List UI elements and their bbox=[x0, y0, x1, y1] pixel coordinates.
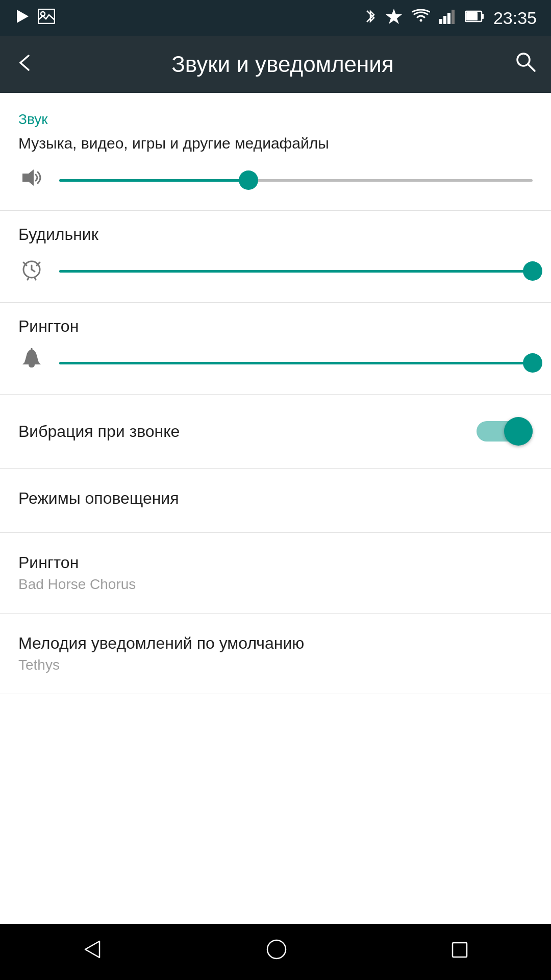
content: Звук Музыка, видео, игры и другие медиаф… bbox=[0, 93, 551, 694]
battery-icon bbox=[465, 9, 484, 27]
notification-melody-title: Мелодия уведомлений по умолчанию bbox=[18, 634, 533, 653]
notification-modes-title: Режимы оповещения bbox=[18, 489, 533, 508]
media-slider-row bbox=[18, 166, 533, 194]
vibration-row[interactable]: Вибрация при звонке bbox=[0, 395, 551, 469]
alarm-volume-section: Будильник bbox=[0, 211, 551, 303]
slider-track-fill bbox=[59, 179, 248, 182]
svg-rect-9 bbox=[482, 14, 484, 19]
toolbar-title: Звуки и уведомления bbox=[51, 52, 514, 77]
ringtone-slider[interactable] bbox=[59, 352, 533, 374]
play-icon bbox=[14, 9, 30, 28]
alarm-slider-fill bbox=[59, 270, 533, 273]
svg-point-23 bbox=[267, 940, 286, 959]
media-slider[interactable] bbox=[59, 169, 533, 191]
notification-melody-row[interactable]: Мелодия уведомлений по умолчанию Tethys bbox=[0, 614, 551, 694]
notification-modes-row[interactable]: Режимы оповещения bbox=[0, 469, 551, 533]
back-nav-button[interactable] bbox=[81, 938, 104, 966]
alarm-icon bbox=[18, 256, 45, 286]
toggle-thumb bbox=[504, 417, 533, 446]
navigation-bar bbox=[0, 924, 551, 980]
ringtone-slider-thumb[interactable] bbox=[523, 353, 542, 373]
back-button[interactable] bbox=[14, 53, 35, 77]
star-icon bbox=[385, 8, 403, 29]
image-icon bbox=[38, 9, 55, 28]
bell-icon bbox=[18, 348, 45, 378]
ringtone-setting-row[interactable]: Рингтон Bad Horse Chorus bbox=[0, 533, 551, 614]
svg-marker-13 bbox=[22, 169, 34, 186]
wifi-icon bbox=[412, 9, 430, 27]
status-bar: 23:35 bbox=[0, 0, 551, 36]
home-nav-button[interactable] bbox=[265, 938, 288, 966]
svg-rect-10 bbox=[466, 12, 478, 20]
svg-marker-0 bbox=[17, 10, 29, 23]
toolbar: Звуки и уведомления bbox=[0, 36, 551, 93]
svg-line-19 bbox=[28, 278, 29, 280]
status-time: 23:35 bbox=[493, 8, 537, 28]
alarm-slider[interactable] bbox=[59, 260, 533, 282]
svg-line-20 bbox=[35, 278, 36, 280]
media-volume-section: Музыка, видео, игры и другие медиафайлы bbox=[0, 133, 551, 211]
svg-rect-1 bbox=[38, 9, 55, 23]
ringtone-volume-section: Рингтон bbox=[0, 303, 551, 395]
notification-melody-value: Tethys bbox=[18, 657, 533, 673]
svg-line-16 bbox=[32, 270, 35, 272]
recents-nav-button[interactable] bbox=[449, 938, 470, 966]
status-bar-right: 23:35 bbox=[365, 8, 537, 29]
ringtone-setting-value: Bad Horse Chorus bbox=[18, 576, 533, 593]
alarm-label: Будильник bbox=[18, 225, 533, 244]
svg-rect-7 bbox=[452, 10, 455, 24]
media-volume-label: Музыка, видео, игры и другие медиафайлы bbox=[18, 133, 533, 154]
ringtone-volume-label: Рингтон bbox=[18, 317, 533, 336]
ringtone-slider-row bbox=[18, 348, 533, 378]
sound-section-header: Звук bbox=[0, 93, 551, 133]
search-button[interactable] bbox=[514, 51, 537, 79]
ringtone-slider-fill bbox=[59, 362, 533, 364]
svg-marker-22 bbox=[85, 941, 99, 958]
svg-marker-3 bbox=[386, 9, 402, 24]
vibration-toggle[interactable] bbox=[477, 417, 533, 446]
vibration-label: Вибрация при звонке bbox=[18, 422, 180, 441]
status-bar-left bbox=[14, 9, 55, 28]
svg-rect-6 bbox=[447, 13, 450, 24]
volume-icon bbox=[18, 166, 45, 194]
alarm-slider-thumb[interactable] bbox=[523, 261, 542, 281]
bluetooth-icon bbox=[365, 8, 376, 29]
alarm-slider-row bbox=[18, 256, 533, 286]
svg-rect-5 bbox=[443, 16, 446, 24]
svg-rect-24 bbox=[453, 943, 467, 957]
signal-icon bbox=[439, 9, 456, 28]
ringtone-setting-title: Рингтон bbox=[18, 553, 533, 572]
svg-rect-4 bbox=[439, 19, 442, 24]
slider-thumb[interactable] bbox=[239, 170, 258, 190]
svg-line-12 bbox=[528, 64, 535, 71]
